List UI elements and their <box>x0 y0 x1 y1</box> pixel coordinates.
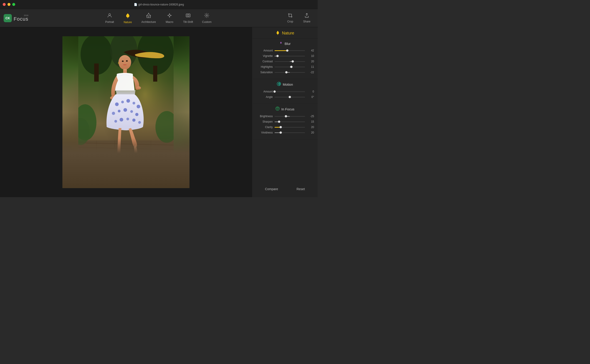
photo-canvas <box>62 36 189 188</box>
svg-rect-7 <box>186 14 190 17</box>
blur-vignette-label: Vignette <box>256 54 273 58</box>
svg-rect-3 <box>148 16 149 18</box>
crop-button[interactable]: Crop <box>284 12 297 25</box>
svg-point-33 <box>122 60 124 62</box>
share-icon <box>304 13 309 19</box>
motion-section-header: Motion <box>256 82 314 87</box>
nav-tools: Portrait Nature <box>33 11 284 25</box>
infocus-vividness-label: Vividness <box>256 131 273 134</box>
main-toolbar: CK 2016 Focus Portrait <box>0 9 318 27</box>
motion-angle-row: Angle 0° <box>256 95 314 99</box>
panel-title: Nature <box>252 27 318 39</box>
infocus-vividness-value: 20 <box>307 131 314 134</box>
svg-point-11 <box>206 15 208 16</box>
close-button[interactable] <box>3 3 6 6</box>
crop-icon <box>288 13 293 19</box>
blur-vignette-thumb[interactable] <box>276 55 279 57</box>
nav-tool-macro[interactable]: Macro <box>161 11 179 25</box>
infocus-brightness-thumb[interactable] <box>285 115 287 117</box>
blur-contrast-label: Contrast <box>256 60 273 63</box>
right-panel: Nature Blur Amount 42 <box>252 27 318 197</box>
infocus-sharpen-track <box>275 122 305 122</box>
svg-point-32 <box>118 55 131 70</box>
motion-amount-label: Amount <box>256 90 273 93</box>
blur-highlights-value: 11 <box>307 65 314 68</box>
blur-vignette-row: Vignette 10 <box>256 54 314 58</box>
motion-amount-value: 0 <box>307 90 314 93</box>
blur-contrast-track <box>275 61 305 62</box>
infocus-clarity-value: 20 <box>307 126 314 129</box>
infocus-vividness-row: Vividness 20 <box>256 131 314 134</box>
infocus-brightness-label: Brightness <box>256 115 273 118</box>
motion-amount-row: Amount 0 <box>256 90 314 93</box>
blur-amount-row: Amount 42 <box>256 49 314 52</box>
blur-contrast-thumb[interactable] <box>292 60 294 63</box>
blur-amount-value: 42 <box>307 49 314 52</box>
blur-contrast-value: 20 <box>307 60 314 63</box>
infocus-sharpen-label: Sharpen <box>256 120 273 123</box>
architecture-icon <box>146 13 151 20</box>
app-name-block: 2016 Focus <box>13 14 28 21</box>
svg-point-46 <box>118 110 121 112</box>
blur-amount-track <box>275 50 305 51</box>
svg-point-54 <box>138 121 141 124</box>
blur-saturation-label: Saturation <box>256 71 273 74</box>
blur-highlights-track <box>275 67 305 67</box>
blur-section: Blur Amount 42 Vignette 10 <box>252 39 318 79</box>
maximize-button[interactable] <box>12 3 15 6</box>
motion-angle-thumb[interactable] <box>289 96 291 98</box>
blur-highlights-thumb[interactable] <box>290 66 293 68</box>
nav-tool-nature[interactable]: Nature <box>119 11 137 25</box>
blur-vignette-value: 10 <box>307 54 314 58</box>
motion-icon <box>277 82 281 87</box>
motion-amount-track <box>275 91 305 92</box>
infocus-brightness-track <box>275 116 305 117</box>
infocus-sharpen-thumb[interactable] <box>278 121 280 123</box>
titlebar: 📄 girl-dress-bounce-nature-160826.jpeg <box>0 0 318 9</box>
compare-button[interactable]: Compare <box>261 185 283 193</box>
macro-icon <box>167 13 172 20</box>
svg-point-42 <box>126 99 130 103</box>
svg-point-34 <box>126 60 128 62</box>
nav-tool-portrait[interactable]: Portrait <box>101 11 119 25</box>
blur-highlights-label: Highlights <box>256 65 273 68</box>
blur-vignette-track <box>275 56 305 56</box>
reset-button[interactable]: Reset <box>292 185 309 193</box>
nav-tool-tiltshift[interactable]: Tilt-Shift <box>179 11 198 25</box>
svg-point-45 <box>112 112 115 115</box>
window-title: 📄 girl-dress-bounce-nature-160826.jpeg <box>134 3 184 6</box>
motion-amount-thumb[interactable] <box>274 91 276 93</box>
minimize-button[interactable] <box>7 3 10 6</box>
svg-point-0 <box>109 13 111 15</box>
blur-saturation-row: Saturation -22 <box>256 71 314 74</box>
svg-point-47 <box>123 108 127 112</box>
svg-point-59 <box>278 83 280 85</box>
toolbar-right: Crop Share <box>284 12 314 25</box>
tiltshift-icon <box>185 13 191 20</box>
blur-amount-thumb[interactable] <box>286 49 288 52</box>
infocus-brightness-value: -25 <box>307 115 314 118</box>
nav-tool-custom[interactable]: Custom <box>198 11 216 25</box>
svg-rect-39 <box>116 92 135 94</box>
svg-point-6 <box>169 14 170 16</box>
svg-point-35 <box>118 62 119 64</box>
traffic-lights <box>3 3 15 6</box>
infocus-brightness-row: Brightness -25 <box>256 115 314 118</box>
svg-rect-17 <box>94 64 99 82</box>
svg-point-50 <box>114 120 117 123</box>
blur-saturation-thumb[interactable] <box>285 71 288 73</box>
infocus-icon <box>275 106 280 111</box>
share-button[interactable]: Share <box>300 12 314 25</box>
infocus-clarity-thumb[interactable] <box>280 126 282 128</box>
portrait-icon <box>107 13 112 20</box>
svg-rect-18 <box>153 66 157 82</box>
blur-contrast-row: Contrast 20 <box>256 60 314 63</box>
svg-point-40 <box>115 103 119 106</box>
content-area: Nature Blur Amount 42 <box>0 27 318 197</box>
nav-tool-architecture[interactable]: Architecture <box>137 11 161 25</box>
nature-icon <box>125 13 131 20</box>
blur-saturation-track <box>275 72 305 73</box>
svg-point-41 <box>121 101 124 103</box>
app-logo: CK 2016 Focus <box>4 14 28 22</box>
infocus-vividness-thumb[interactable] <box>280 131 282 134</box>
